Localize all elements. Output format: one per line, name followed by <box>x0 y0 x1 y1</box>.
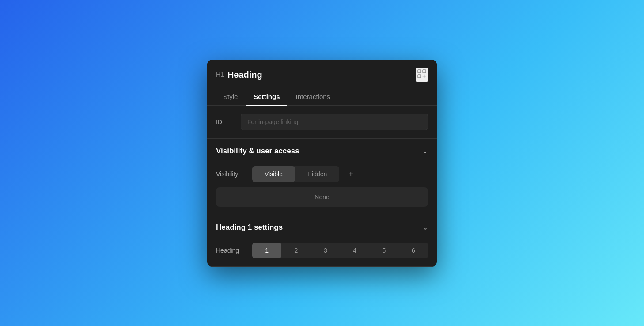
tab-interactions[interactable]: Interactions <box>289 88 337 106</box>
panel-header: H1 Heading <box>207 60 437 88</box>
heading-level-5-button[interactable]: 5 <box>369 243 398 258</box>
heading-section-header[interactable]: Heading 1 settings ⌄ <box>207 215 437 240</box>
settings-panel: H1 Heading Style Settings Interactions I… <box>207 60 437 267</box>
visibility-chevron-icon: ⌄ <box>422 147 428 155</box>
id-input[interactable] <box>241 114 428 130</box>
toggle-visible-button[interactable]: Visible <box>252 166 295 182</box>
visibility-section-header[interactable]: Visibility & user access ⌄ <box>207 139 437 163</box>
tabs-bar: Style Settings Interactions <box>207 88 437 106</box>
heading-row: Heading 1 2 3 4 5 6 <box>216 243 428 258</box>
heading-chevron-icon: ⌄ <box>422 223 428 231</box>
id-label: ID <box>216 118 234 125</box>
visibility-section: Visibility & user access ⌄ Visibility Vi… <box>207 139 437 215</box>
heading-level-4-button[interactable]: 4 <box>340 243 369 258</box>
id-section: ID <box>207 106 437 139</box>
heading-settings-section: Heading 1 settings ⌄ Heading 1 2 3 4 5 6 <box>207 215 437 267</box>
visibility-label: Visibility <box>216 171 247 178</box>
none-button[interactable]: None <box>216 187 428 207</box>
visibility-row: Visibility Visible Hidden + <box>216 166 428 182</box>
heading-level-1-button[interactable]: 1 <box>252 243 281 258</box>
heading-level-3-button[interactable]: 3 <box>311 243 340 258</box>
svg-rect-1 <box>423 70 426 73</box>
element-title: Heading <box>227 70 262 80</box>
visibility-section-content: Visibility Visible Hidden + None <box>207 163 437 215</box>
visibility-toggle-group: Visible Hidden <box>252 166 339 182</box>
element-tag: H1 <box>216 71 224 78</box>
header-left: H1 Heading <box>216 70 262 80</box>
heading-section-title: Heading 1 settings <box>216 223 283 232</box>
heading-level-2-button[interactable]: 2 <box>281 243 311 258</box>
add-component-button[interactable] <box>416 68 428 82</box>
visibility-add-button[interactable]: + <box>345 168 357 180</box>
visibility-section-title: Visibility & user access <box>216 147 299 155</box>
heading-level-6-button[interactable]: 6 <box>399 243 428 258</box>
tab-style[interactable]: Style <box>216 88 245 106</box>
heading-levels-group: 1 2 3 4 5 6 <box>252 243 428 258</box>
tab-settings[interactable]: Settings <box>246 88 287 106</box>
svg-rect-0 <box>418 70 421 73</box>
toggle-hidden-button[interactable]: Hidden <box>295 166 339 182</box>
heading-section-content: Heading 1 2 3 4 5 6 <box>207 240 437 266</box>
svg-rect-2 <box>418 75 421 78</box>
heading-label: Heading <box>216 247 247 254</box>
